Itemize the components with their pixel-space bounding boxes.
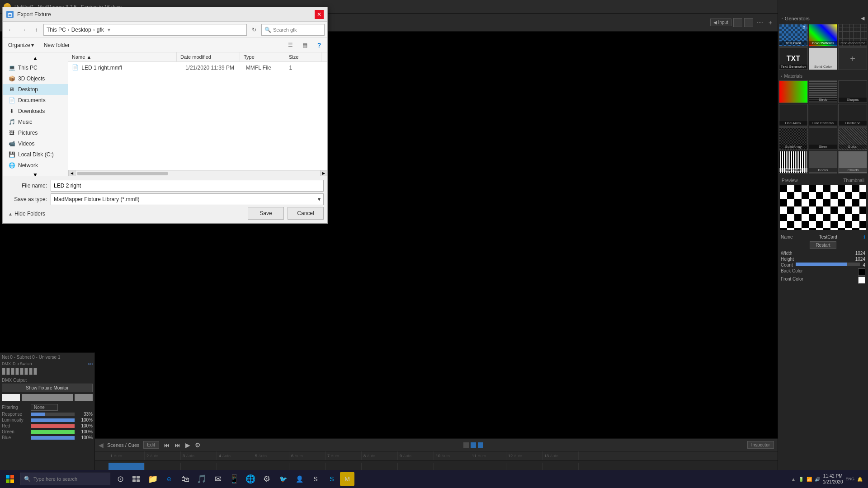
taskbar-store[interactable]: 🛍 bbox=[177, 471, 193, 487]
mat-lineanim[interactable]: Line Anim. bbox=[779, 104, 808, 127]
nav-up-btn[interactable]: ↑ bbox=[31, 24, 42, 35]
mat-shapes[interactable]: Shapes bbox=[838, 80, 867, 103]
dip-2[interactable] bbox=[6, 368, 10, 375]
sidebar-scroll-up[interactable]: ▲ bbox=[3, 54, 68, 62]
inspector-btn[interactable]: Inspector bbox=[747, 441, 774, 449]
cancel-btn[interactable]: Cancel bbox=[288, 207, 324, 220]
dots-btn[interactable]: ⋯ bbox=[755, 19, 765, 26]
breadcrumb-gfk[interactable]: gfk bbox=[97, 27, 104, 33]
mat-solidarray[interactable]: SolidArray bbox=[779, 127, 808, 150]
taskbar-settings[interactable]: ⚙ bbox=[259, 471, 275, 487]
horizontal-scrollbar[interactable]: ◀ ▶ bbox=[68, 170, 327, 176]
slider-track-4[interactable] bbox=[31, 436, 75, 440]
taskbar-hidden-icons[interactable]: ▲ bbox=[791, 477, 796, 482]
filtering-select[interactable]: None bbox=[31, 404, 58, 411]
breadcrumb-thispc[interactable]: This PC bbox=[47, 27, 66, 33]
mat-linepatterns[interactable]: Line Patterns bbox=[809, 104, 838, 127]
breadcrumb-dropdown[interactable]: ▾ bbox=[108, 27, 110, 33]
dialog-close-btn[interactable]: ✕ bbox=[315, 10, 324, 19]
search-input[interactable] bbox=[273, 27, 321, 33]
dip-6[interactable] bbox=[24, 368, 28, 375]
timeline-collapse[interactable]: ◀ bbox=[99, 441, 104, 449]
hide-folders-label[interactable]: Hide Folders bbox=[14, 211, 45, 217]
view-square-2[interactable] bbox=[471, 442, 476, 448]
slider-track-2[interactable] bbox=[31, 424, 75, 428]
mat-clouds[interactable]: iClouds bbox=[838, 151, 867, 174]
breadcrumb-desktop[interactable]: Desktop bbox=[71, 27, 91, 33]
mat-linerape[interactable]: LineRape bbox=[838, 104, 867, 127]
taskbar-music[interactable]: 🎵 bbox=[193, 471, 210, 487]
slider-track-3[interactable] bbox=[31, 430, 75, 434]
scroll-thumb[interactable] bbox=[77, 172, 168, 175]
grid-btn-2[interactable] bbox=[744, 18, 753, 27]
taskbar-whatsapp[interactable]: 📱 bbox=[226, 471, 242, 487]
info-icon[interactable]: ℹ bbox=[863, 235, 865, 239]
play-btn[interactable]: ▶ bbox=[184, 441, 191, 449]
gen-add-button[interactable]: + bbox=[838, 47, 867, 70]
gen-grid[interactable]: Grid-Generator bbox=[838, 24, 867, 47]
organize-btn[interactable]: Organize ▾ bbox=[5, 41, 37, 49]
gen-text[interactable]: TXT Text Generator bbox=[779, 47, 808, 70]
taskbar-clock[interactable]: 11:42 PM 1/21/2020 bbox=[823, 473, 843, 485]
new-folder-btn[interactable]: New folder bbox=[40, 41, 73, 49]
input-toggle[interactable]: ◀ Input bbox=[710, 19, 731, 26]
show-fixture-btn[interactable]: Show Fixture Monitor bbox=[2, 384, 93, 392]
grid-btn-1[interactable] bbox=[733, 18, 742, 27]
fastforward-btn[interactable]: ⏭ bbox=[174, 441, 182, 449]
nav-forward-btn[interactable]: → bbox=[18, 24, 29, 35]
taskbar-madmapper[interactable]: M bbox=[340, 472, 354, 486]
edit-btn[interactable]: Edit bbox=[143, 441, 159, 449]
gen-colorpatterns[interactable]: ColorPatterns bbox=[809, 24, 838, 47]
col-name-header[interactable]: Name ▲ bbox=[68, 52, 177, 61]
taskbar-edge[interactable]: e bbox=[161, 471, 177, 487]
taskbar-app2[interactable]: 👤 bbox=[291, 471, 307, 487]
dip-1[interactable] bbox=[2, 368, 5, 375]
plus-btn[interactable]: + bbox=[767, 19, 774, 26]
sidebar-item-local-disk-c:[interactable]: 💾Local Disk (C:) bbox=[3, 149, 68, 160]
file-row-0[interactable]: 📄 LED 1 right.mmfl 1/21/2020 11:39 PM MM… bbox=[69, 63, 326, 73]
mat-gradient[interactable]: Gradient Color bbox=[779, 80, 808, 103]
sidebar-item-music[interactable]: 🎵Music bbox=[3, 117, 68, 127]
front-color-swatch[interactable] bbox=[858, 277, 865, 284]
dip-7[interactable] bbox=[29, 368, 33, 375]
gen-solid[interactable]: Solid Color bbox=[809, 47, 838, 70]
back-color-swatch[interactable] bbox=[858, 268, 865, 276]
help-btn[interactable]: ? bbox=[314, 40, 325, 51]
sidebar-item-desktop[interactable]: 🖥Desktop bbox=[3, 84, 68, 95]
taskbar-app1[interactable]: 🐦 bbox=[275, 471, 291, 487]
mat-siren[interactable]: Siren bbox=[809, 127, 838, 150]
scroll-left-btn[interactable]: ◀ bbox=[68, 170, 75, 176]
dip-5[interactable] bbox=[20, 368, 24, 375]
dip-8[interactable] bbox=[33, 368, 37, 375]
nav-refresh-btn[interactable]: ↻ bbox=[249, 24, 259, 35]
sidebar-item-3d-objects[interactable]: 📦3D Objects bbox=[3, 73, 68, 84]
taskbar-explorer[interactable]: 📁 bbox=[145, 471, 161, 487]
mat-barcode[interactable]: Bar Code bbox=[779, 151, 808, 174]
save-btn[interactable]: Save bbox=[248, 207, 284, 220]
sidebar-item-downloads[interactable]: ⬇Downloads bbox=[3, 106, 68, 117]
dip-4[interactable] bbox=[15, 368, 19, 375]
gen-testcard[interactable]: Test Card 2 bbox=[779, 24, 808, 47]
mat-guitar[interactable]: Guitar bbox=[838, 127, 867, 150]
col-size-header[interactable]: Size bbox=[285, 52, 321, 61]
slider-track-1[interactable] bbox=[31, 418, 75, 422]
sidebar-item-documents[interactable]: 📄Documents bbox=[3, 95, 68, 106]
view-square-1[interactable] bbox=[463, 442, 469, 448]
col-type-header[interactable]: Type bbox=[240, 52, 285, 61]
mat-bricks[interactable]: Bricks bbox=[809, 151, 838, 174]
view-list-btn[interactable]: ☰ bbox=[285, 40, 296, 51]
settings-btn[interactable]: ⚙ bbox=[194, 441, 202, 449]
slider-track-0[interactable] bbox=[31, 413, 75, 416]
sidebar-scroll-down[interactable]: ▼ bbox=[3, 171, 68, 176]
sidebar-item-this-pc[interactable]: 💻This PC bbox=[3, 62, 68, 73]
col-date-header[interactable]: Date modified bbox=[177, 52, 240, 61]
view-details-btn[interactable]: ▤ bbox=[299, 40, 310, 51]
sidebar-item-pictures[interactable]: 🖼Pictures bbox=[3, 127, 68, 138]
taskbar-skype2[interactable]: S bbox=[324, 471, 340, 487]
taskbar-skype1[interactable]: S bbox=[307, 471, 324, 487]
start-button[interactable] bbox=[2, 471, 18, 487]
sidebar-item-network[interactable]: 🌐Network bbox=[3, 160, 68, 171]
taskbar-notification[interactable]: 🔔 bbox=[857, 477, 863, 482]
taskbar-cortana[interactable]: ⊙ bbox=[112, 471, 128, 487]
sidebar-item-videos[interactable]: 📹Videos bbox=[3, 138, 68, 149]
